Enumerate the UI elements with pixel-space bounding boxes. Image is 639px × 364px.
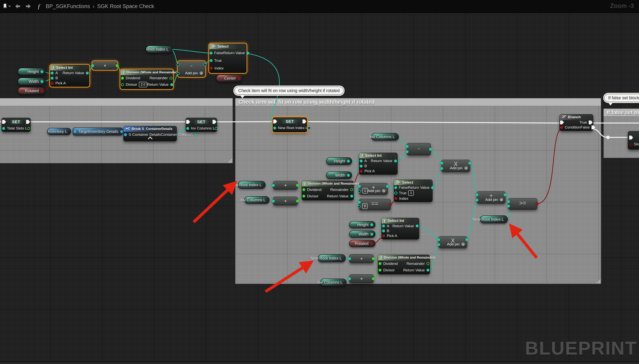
node-division-3[interactable]: ƒDivision (Whole and Remainder)DividendR… — [378, 255, 430, 274]
back-button[interactable] — [15, 4, 21, 9]
rotated-pin[interactable] — [41, 90, 44, 92]
variable-pill-inventory[interactable]: Inventory L — [47, 128, 71, 135]
height-pin[interactable] — [41, 70, 44, 73]
node-division-2[interactable]: ƒDivision (Whole and Remainder)DividendR… — [302, 181, 354, 200]
b-pin[interactable] — [382, 230, 385, 232]
return-value-pin[interactable] — [416, 224, 419, 228]
node-set-2[interactable]: SETInv Columns L — [186, 118, 217, 132]
pick-a-pin[interactable] — [382, 234, 385, 238]
remainder-pin[interactable] — [426, 262, 429, 265]
s-container-details-pin[interactable] — [124, 133, 127, 136]
target-pin[interactable] — [74, 130, 76, 133]
node-break-node[interactable]: Break S_ContainerDetailsS Container Deta… — [123, 126, 177, 141]
in-pin[interactable] — [91, 64, 94, 67]
variable-pill-invcol-b[interactable]: Inv Columns L — [244, 196, 269, 204]
dividend-pin[interactable] — [302, 188, 305, 191]
in-2-pin[interactable] — [177, 72, 180, 75]
node-mult-1[interactable]: XAdd pin⊕ — [441, 160, 470, 172]
variable-pill-width-1[interactable]: Width — [18, 78, 46, 85]
variable-pill-height-2[interactable]: Height — [326, 157, 352, 165]
in-pin[interactable] — [272, 184, 275, 187]
node-mult-2[interactable]: XAdd pin⊕ — [438, 236, 467, 248]
variable-pill-root-index[interactable]: Root Index L — [146, 46, 172, 53]
total-slots-l-out-pin[interactable] — [27, 127, 30, 130]
remainder-pin[interactable] — [350, 188, 353, 191]
node-conv-1[interactable] — [92, 61, 118, 70]
node-conv-4[interactable] — [349, 254, 374, 263]
return-value-pin[interactable] — [350, 195, 353, 198]
variable-pill-invcol-a[interactable]: Inv Columns L — [371, 133, 399, 140]
node-conv-2[interactable] — [273, 181, 298, 190]
in-2-pin[interactable] — [437, 243, 440, 246]
variable-pill-height-3[interactable]: Height — [349, 221, 375, 228]
node-select-int-1[interactable]: ƒSelect IntAReturn ValueBPick A — [50, 65, 89, 87]
inv-columns-l-out-pin[interactable] — [215, 127, 218, 130]
divisor-pin[interactable] — [121, 83, 124, 86]
true-pin[interactable] — [394, 191, 398, 195]
return-value-pin[interactable] — [426, 269, 429, 272]
divisor-pin[interactable] — [302, 195, 305, 198]
in-1-pin[interactable] — [437, 238, 440, 241]
variable-pill-rotated-3[interactable]: Rotated — [349, 240, 375, 247]
return-value-pin[interactable] — [170, 83, 173, 86]
bookmark-icon[interactable] — [3, 3, 11, 9]
out-pin[interactable] — [296, 184, 299, 187]
in-2-pin[interactable] — [507, 205, 510, 208]
node-plus-1[interactable]: +1Add pin⊕ — [359, 183, 388, 195]
result-pin[interactable] — [465, 238, 468, 241]
node-eq-1[interactable]: ==0 — [359, 199, 391, 210]
node-conv-3[interactable] — [273, 196, 298, 205]
exec-in-pin[interactable] — [273, 120, 277, 124]
result-pin[interactable] — [429, 148, 432, 151]
node-branch-1[interactable]: BranchTrueConditionFalse — [559, 114, 593, 131]
add-pin-button[interactable]: Add pin⊕ — [447, 242, 465, 247]
index-pin[interactable] — [395, 197, 397, 200]
add-pin-button[interactable]: Add pin⊕ — [185, 70, 203, 76]
new-root-index-l-out-pin[interactable] — [308, 126, 310, 130]
in-2-pin[interactable] — [476, 198, 479, 202]
exec-in-pin[interactable] — [186, 120, 190, 124]
comment-center-header[interactable]: Check item will fit on row using width/h… — [235, 98, 601, 106]
divisor-value[interactable]: 2.0 — [139, 82, 147, 87]
condition-pin[interactable] — [560, 126, 563, 129]
b-pin[interactable] — [360, 165, 363, 168]
in-1-pin[interactable] — [440, 162, 443, 165]
divisor-pin[interactable] — [379, 269, 382, 272]
false-pin[interactable] — [209, 51, 213, 55]
pick-a-pin[interactable] — [51, 82, 54, 85]
node-select-int-3[interactable]: ƒSelect IntAReturn ValueBPick A — [382, 218, 419, 240]
return-value-pin[interactable] — [86, 72, 89, 74]
in-2-pin[interactable] — [440, 167, 443, 170]
node-select-2[interactable]: SelectFalseReturn ValueTrue1Index — [394, 180, 433, 202]
in-pin[interactable] — [348, 277, 351, 280]
breadcrumb-current[interactable]: SGK Root Space Check — [97, 3, 154, 10]
node-division-1[interactable]: ƒDivision (Whole and Remainder)DividendR… — [120, 70, 173, 89]
height-pin[interactable] — [347, 160, 350, 163]
true-pin[interactable] — [209, 59, 213, 62]
add-pin-button[interactable]: Add pin⊕ — [485, 197, 503, 202]
result-pin[interactable] — [386, 185, 389, 188]
resize-handle[interactable] — [596, 280, 600, 283]
width-pin[interactable] — [347, 174, 350, 177]
variable-pill-height-1[interactable]: Height — [18, 68, 46, 75]
dividend-pin[interactable] — [379, 262, 382, 265]
b-pin[interactable] — [51, 77, 54, 80]
center-pin[interactable] — [238, 77, 241, 80]
forward-button[interactable] — [25, 4, 32, 9]
a-pin[interactable] — [382, 224, 385, 228]
node-conv-5[interactable] — [349, 274, 374, 283]
node-plus-2[interactable]: +Add pin⊕ — [477, 191, 505, 204]
exec-out-pin[interactable] — [302, 120, 306, 124]
result-pin[interactable] — [504, 193, 507, 196]
variable-pill-newroot-2[interactable]: New Root Index L — [318, 254, 346, 262]
exec-out-pin[interactable] — [213, 120, 216, 124]
variable-pill-width-3[interactable]: Width — [349, 230, 375, 238]
dividend-pin[interactable] — [121, 77, 124, 80]
out-pin[interactable] — [296, 200, 299, 202]
in-1-pin[interactable] — [406, 145, 409, 148]
collapse-chevron-icon[interactable] — [148, 136, 152, 141]
new-root-index-l-pin[interactable] — [273, 126, 276, 130]
default-value[interactable]: 1 — [363, 188, 368, 194]
node-target-node[interactable]: TargetInventory Details — [73, 128, 123, 136]
in-2-pin[interactable] — [358, 205, 361, 208]
